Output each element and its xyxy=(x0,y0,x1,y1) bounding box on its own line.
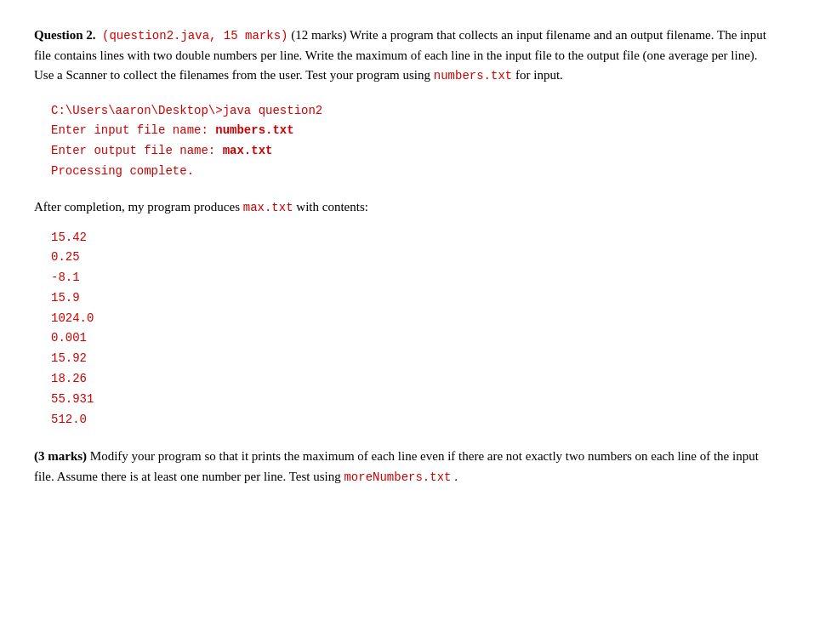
after-text-suffix: with contents: xyxy=(293,200,368,214)
after-text-prefix: After completion, my program produces xyxy=(34,200,243,214)
metadata-code: (question2.java, 15 marks) xyxy=(102,29,287,43)
output-value-line: 15.42 xyxy=(51,228,780,248)
output-value-line: 15.92 xyxy=(51,349,780,369)
description-end: for input. xyxy=(515,68,563,82)
terminal-block: C:\Users\aaron\Desktop\>java question2 E… xyxy=(51,101,780,182)
input-file-ref: numbers.txt xyxy=(434,69,512,83)
terminal-line1: C:\Users\aaron\Desktop\>java question2 xyxy=(51,101,780,122)
output-value-line: 512.0 xyxy=(51,410,780,430)
output-value-line: 0.25 xyxy=(51,248,780,268)
line2-input: numbers.txt xyxy=(215,123,293,137)
after-completion-text: After completion, my program produces ma… xyxy=(34,197,780,218)
question-text: Question 2. (question2.java, 15 marks) (… xyxy=(34,26,780,86)
output-value-line: 15.9 xyxy=(51,288,780,309)
line3-prefix: Enter output file name: xyxy=(51,144,223,157)
question-metadata: (question2.java, 15 marks) xyxy=(99,28,291,42)
line3-input: max.txt xyxy=(223,144,273,157)
output-values-block: 15.420.25-8.115.91024.00.00115.9218.2655… xyxy=(51,228,780,430)
line2-prefix: Enter input file name: xyxy=(51,123,215,137)
output-value-line: 18.26 xyxy=(51,369,780,390)
output-value-line: 0.001 xyxy=(51,328,780,349)
terminal-line4: Processing complete. xyxy=(51,162,780,182)
output-value-line: 1024.0 xyxy=(51,309,780,329)
marks-part1: (12 marks) xyxy=(291,28,346,42)
terminal-line2: Enter input file name: numbers.txt xyxy=(51,121,780,141)
part2-text: (3 marks) Modify your program so that it… xyxy=(34,447,780,487)
terminal-line3: Enter output file name: max.txt xyxy=(51,141,780,162)
question-block: Question 2. (question2.java, 15 marks) (… xyxy=(34,26,780,487)
output-value-line: 55.931 xyxy=(51,390,780,410)
part2-marks: (3 marks) xyxy=(34,449,87,463)
output-file: max.txt xyxy=(243,201,293,214)
part2-end: . xyxy=(454,470,458,483)
output-value-line: -8.1 xyxy=(51,268,780,288)
question-number: Question 2. xyxy=(34,28,96,42)
part2-file: moreNumbers.txt xyxy=(344,470,451,484)
